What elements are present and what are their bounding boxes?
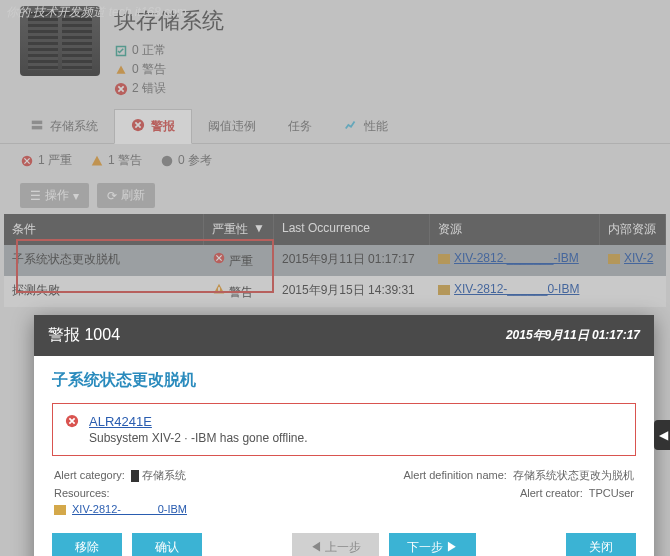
- error-icon: [65, 414, 79, 428]
- alert-modal: 警报 1004 2015年9月11日 01:17:17 子系统状态更改脱机 AL…: [34, 315, 654, 556]
- resource-link[interactable]: XIV-2812-______0-IBM: [72, 503, 187, 515]
- prev-button[interactable]: ◀ 上一步: [292, 533, 379, 556]
- acknowledge-button[interactable]: 确认: [132, 533, 202, 556]
- next-button[interactable]: 下一步 ▶: [389, 533, 476, 556]
- storage-icon: [131, 470, 139, 482]
- alert-message: Subsystem XIV-2 · -IBM has gone offline.: [89, 431, 623, 445]
- disk-icon: [54, 505, 66, 515]
- alert-detail-box: ALR4241E Subsystem XIV-2 · -IBM has gone…: [52, 403, 636, 456]
- modal-date: 2015年9月11日 01:17:17: [506, 327, 640, 344]
- remove-button[interactable]: 移除: [52, 533, 122, 556]
- alert-code-link[interactable]: ALR4241E: [89, 414, 152, 429]
- modal-subject: 子系统状态更改脱机: [52, 370, 636, 391]
- modal-metadata: Alert category: 存储系统 Resources: XIV-2812…: [52, 468, 636, 515]
- modal-header: 警报 1004 2015年9月11日 01:17:17: [34, 315, 654, 356]
- modal-title: 警报 1004: [48, 325, 120, 346]
- side-panel-handle[interactable]: ◀: [654, 420, 670, 450]
- modal-footer: 移除 确认 ◀ 上一步 下一步 ▶ 关闭: [34, 525, 654, 556]
- close-button[interactable]: 关闭: [566, 533, 636, 556]
